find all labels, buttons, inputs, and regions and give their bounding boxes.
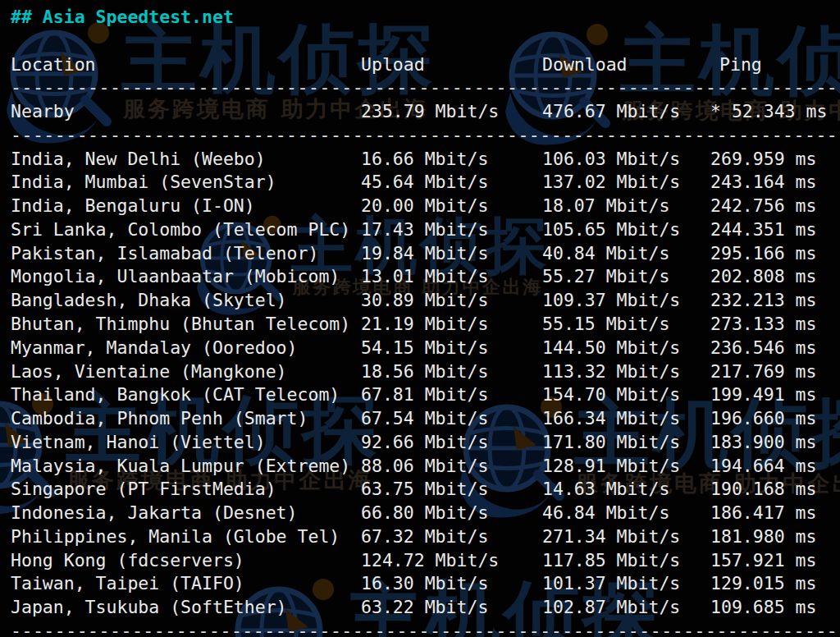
row-download: 55.15 Mbit/s: [542, 312, 669, 336]
speedtest-row: Myanmar, Mandalay (Ooredoo) 54.15 Mbit/s…: [0, 336, 840, 360]
row-upload: 16.30 Mbit/s: [361, 571, 488, 595]
divider-dashes: ----------------------------------------…: [11, 123, 840, 147]
row-ping: 186.417 ms: [710, 501, 816, 525]
row-upload: 66.80 Mbit/s: [361, 501, 488, 525]
heading-line: ## Asia Speedtest.net: [0, 5, 840, 29]
row-location: Pakistan, Islamabad (Telenor): [11, 241, 318, 265]
terminal-screen: 主机侦探服务跨境电商 助力中企出海 主机侦探服务跨境电商 助力中企出海 主机侦探…: [0, 0, 840, 637]
row-ping: 295.166 ms: [710, 241, 816, 265]
row-ping: 129.015 ms: [710, 571, 816, 595]
row-location: Hong Kong (fdcservers): [11, 548, 244, 572]
row-upload: 67.54 Mbit/s: [361, 406, 488, 430]
row-location: Bangladesh, Dhaka (Skytel): [11, 288, 287, 312]
row-download: 46.84 Mbit/s: [542, 501, 669, 525]
column-header-location: Location: [11, 53, 96, 76]
row-ping: 194.664 ms: [710, 454, 816, 478]
row-ping: 269.959 ms: [710, 147, 816, 171]
speedtest-row: Hong Kong (fdcservers) 124.72 Mbit/s 117…: [0, 548, 840, 572]
row-download: 106.03 Mbit/s: [542, 147, 680, 171]
row-ping: 199.491 ms: [710, 383, 816, 406]
divider-dashes: ----------------------------------------…: [11, 76, 840, 99]
row-download: 171.80 Mbit/s: [542, 430, 680, 454]
row-location: Sri Lanka, Colombo (Telecom PLC): [11, 218, 350, 241]
row-ping: 244.351 ms: [710, 218, 816, 241]
row-location: Mongolia, Ulaanbaatar (Mobicom): [11, 264, 340, 288]
divider-line: ----------------------------------------…: [0, 76, 840, 99]
speedtest-row: Sri Lanka, Colombo (Telecom PLC) 17.43 M…: [0, 218, 840, 241]
row-location: Philippines, Manila (Globe Tel): [11, 525, 340, 548]
row-upload: 54.15 Mbit/s: [361, 336, 488, 360]
row-ping: 183.900 ms: [710, 430, 816, 454]
speedtest-row: Cambodia, Phnom Penh (Smart) 67.54 Mbit/…: [0, 406, 840, 430]
speedtest-row: Japan, Tsukuba (SoftEther) 63.22 Mbit/s …: [0, 595, 840, 619]
row-ping: 157.921 ms: [710, 548, 816, 572]
speedtest-row: Singapore (PT FirstMedia) 63.75 Mbit/s 1…: [0, 477, 840, 501]
row-download: 271.34 Mbit/s: [542, 525, 680, 548]
speedtest-row: Pakistan, Islamabad (Telenor) 19.84 Mbit…: [0, 241, 840, 265]
row-download: 105.65 Mbit/s: [542, 218, 680, 241]
row-location: Nearby: [11, 99, 75, 123]
row-download: 18.07 Mbit/s: [542, 194, 669, 218]
row-upload: 16.66 Mbit/s: [361, 147, 488, 171]
row-upload: 67.81 Mbit/s: [361, 383, 488, 406]
row-download: 113.32 Mbit/s: [542, 360, 680, 383]
row-ping: 232.213 ms: [710, 288, 816, 312]
divider-line: ----------------------------------------…: [0, 123, 840, 147]
column-header-upload: Upload: [361, 53, 425, 76]
row-location: India, Bengaluru (I-ON): [11, 194, 255, 218]
page-title: ## Asia Speedtest.net: [11, 5, 234, 29]
row-ping: 243.164 ms: [710, 170, 816, 194]
row-location: Thailand, Bangkok (CAT Telecom): [11, 383, 340, 406]
speedtest-row: Bhutan, Thimphu (Bhutan Telecom) 21.19 M…: [0, 312, 840, 336]
row-ping: 202.808 ms: [710, 264, 816, 288]
row-location: India, New Delhi (Weebo): [11, 147, 266, 171]
row-upload: 30.89 Mbit/s: [361, 288, 488, 312]
row-ping: 109.685 ms: [710, 595, 816, 619]
row-location: India, Mumbai (SevenStar): [11, 170, 276, 194]
row-download: 166.34 Mbit/s: [542, 406, 680, 430]
row-ping: 217.769 ms: [710, 360, 816, 383]
row-download: 101.37 Mbit/s: [542, 571, 680, 595]
speedtest-row: Taiwan, Taipei (TAIFO) 16.30 Mbit/s 101.…: [0, 571, 840, 595]
row-upload: 17.43 Mbit/s: [361, 218, 488, 241]
speedtest-row: Indonesia, Jakarta (Desnet) 66.80 Mbit/s…: [0, 501, 840, 525]
speedtest-row: Mongolia, Ulaanbaatar (Mobicom) 13.01 Mb…: [0, 264, 840, 288]
row-location: Taiwan, Taipei (TAIFO): [11, 571, 244, 595]
speedtest-row: India, Bengaluru (I-ON) 20.00 Mbit/s 18.…: [0, 194, 840, 218]
row-location: Singapore (PT FirstMedia): [11, 477, 276, 501]
nearby-row: Nearby 235.79 Mbit/s 476.67 Mbit/s * 52.…: [0, 99, 840, 123]
row-download: 14.63 Mbit/s: [542, 477, 669, 501]
row-upload: 13.01 Mbit/s: [361, 264, 488, 288]
row-download: 144.50 Mbit/s: [542, 336, 680, 360]
row-upload: 67.32 Mbit/s: [361, 525, 488, 548]
row-ping: 181.980 ms: [710, 525, 816, 548]
row-upload: 88.06 Mbit/s: [361, 454, 488, 478]
speedtest-row: India, Mumbai (SevenStar) 45.64 Mbit/s 1…: [0, 170, 840, 194]
row-upload: 124.72 Mbit/s: [361, 548, 499, 572]
row-upload: 21.19 Mbit/s: [361, 312, 488, 336]
row-location: Japan, Tsukuba (SoftEther): [11, 595, 287, 619]
column-header-ping: Ping: [719, 53, 762, 76]
row-location: Myanmar, Mandalay (Ooredoo): [11, 336, 298, 360]
row-ping: 236.546 ms: [710, 336, 816, 360]
row-download: 55.27 Mbit/s: [542, 264, 669, 288]
row-location: Indonesia, Jakarta (Desnet): [11, 501, 298, 525]
row-download: 117.85 Mbit/s: [542, 548, 680, 572]
speedtest-row: Thailand, Bangkok (CAT Telecom) 67.81 Mb…: [0, 383, 840, 406]
row-ping: 242.756 ms: [710, 194, 816, 218]
row-location: Vietnam, Hanoi (Viettel): [11, 430, 266, 454]
row-download: 128.91 Mbit/s: [542, 454, 680, 478]
row-download: 40.84 Mbit/s: [542, 241, 669, 265]
speedtest-row: Bangladesh, Dhaka (Skytel) 30.89 Mbit/s …: [0, 288, 840, 312]
row-upload: 63.22 Mbit/s: [361, 595, 488, 619]
row-download: 476.67 Mbit/s: [542, 99, 680, 123]
row-download: 109.37 Mbit/s: [542, 288, 680, 312]
row-ping: 196.660 ms: [710, 406, 816, 430]
row-upload: 235.79 Mbit/s: [361, 99, 499, 123]
row-upload: 20.00 Mbit/s: [361, 194, 488, 218]
row-location: Cambodia, Phnom Penh (Smart): [11, 406, 308, 430]
row-ping: 190.168 ms: [710, 477, 816, 501]
table-header-line: Location Upload Download Ping: [0, 53, 840, 76]
speedtest-row: Philippines, Manila (Globe Tel) 67.32 Mb…: [0, 525, 840, 548]
divider-dashes: ----------------------------------------…: [11, 619, 840, 637]
